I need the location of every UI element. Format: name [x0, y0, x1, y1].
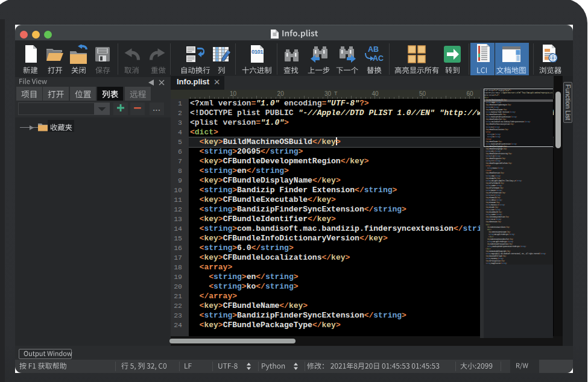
svg-text:AC: AC: [373, 54, 384, 62]
svg-text:AB: AB: [368, 45, 379, 54]
svg-text:0101: 0101: [251, 48, 263, 55]
